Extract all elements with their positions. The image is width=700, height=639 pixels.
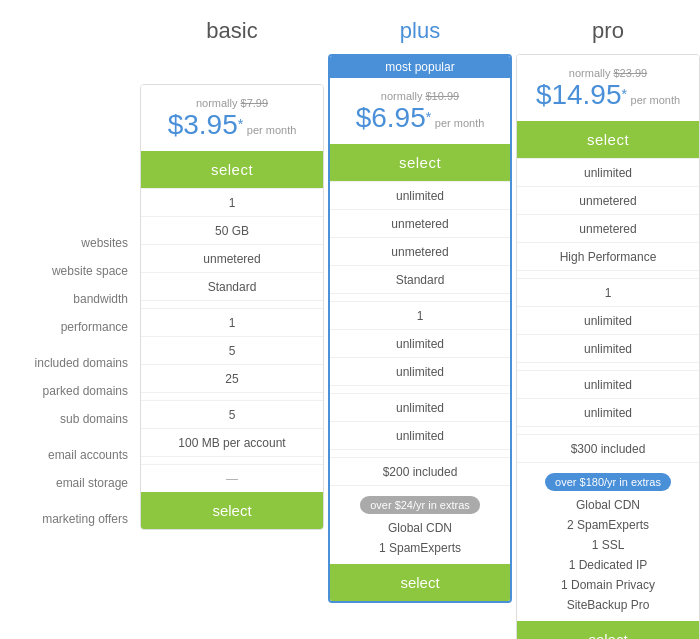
plus-bandwidth: unmetered [330,237,510,265]
basic-email-accounts: 5 [141,400,323,428]
plans-area: basic normally $7.99 $3.95* per month se… [140,10,700,639]
plan-pro-select-top[interactable]: select [517,121,699,158]
plan-plus-price-section: normally $10.99 $6.95* per month [330,78,510,144]
basic-websites: 1 [141,188,323,216]
label-sub-domains: sub domains [0,406,140,434]
plan-pro-features: unlimited unmetered unmetered High Perfo… [517,158,699,462]
plan-basic-features: 1 50 GB unmetered Standard 1 5 25 5 100 … [141,188,323,492]
pro-parked-domains: unlimited [517,306,699,334]
plan-basic-normally: normally $7.99 [149,97,315,109]
plan-basic-price-section: normally $7.99 $3.95* per month [141,85,323,151]
label-bandwidth: bandwidth [0,286,140,314]
pro-website-space: unmetered [517,186,699,214]
plus-marketing-offers: $200 included [330,457,510,485]
label-websites: websites [0,230,140,258]
label-email-storage: email storage [0,470,140,498]
plan-plus-select-top[interactable]: select [330,144,510,181]
pro-extras: over $180/yr in extras Global CDN 2 Spam… [517,462,699,621]
label-parked-domains: parked domains [0,378,140,406]
plan-pro-price: $14.95* per month [525,79,691,111]
plan-pro-header: pro [516,10,700,54]
pro-email-accounts: unlimited [517,370,699,398]
plan-plus-name: plus [328,18,512,44]
plus-extras-badge: over $24/yr in extras [360,496,480,514]
plus-parked-domains: unlimited [330,329,510,357]
pro-email-storage: unlimited [517,398,699,426]
pro-marketing-offers: $300 included [517,434,699,462]
plus-email-storage: unlimited [330,421,510,449]
plan-plus-features: unlimited unmetered unmetered Standard 1… [330,181,510,485]
plus-extras: over $24/yr in extras Global CDN 1 SpamE… [330,485,510,564]
pro-extras-item-6: SiteBackup Pro [525,595,691,615]
pro-extras-item-5: 1 Domain Privacy [525,575,691,595]
plus-extras-item-1: Global CDN [338,518,502,538]
basic-website-space: 50 GB [141,216,323,244]
plan-plus-card: most popular normally $10.99 $6.95* per … [328,54,512,603]
basic-performance: Standard [141,272,323,300]
plus-website-space: unmetered [330,209,510,237]
plus-extras-item-2: 1 SpamExperts [338,538,502,558]
label-email-accounts: email accounts [0,442,140,470]
plan-basic-select-top[interactable]: select [141,151,323,188]
pro-extras-badge: over $180/yr in extras [545,473,671,491]
pro-websites: unlimited [517,158,699,186]
plan-basic-card: normally $7.99 $3.95* per month select 1… [140,84,324,530]
basic-parked-domains: 5 [141,336,323,364]
plan-basic-name: basic [140,18,324,44]
basic-marketing-offers: — [141,464,323,492]
pro-performance: High Performance [517,242,699,270]
basic-sub-domains: 25 [141,364,323,392]
label-website-space: website space [0,258,140,286]
plan-pro-card: normally $23.99 $14.95* per month select… [516,54,700,639]
plan-basic: basic normally $7.99 $3.95* per month se… [140,10,324,639]
plus-sub-domains: unlimited [330,357,510,385]
plan-pro-name: pro [516,18,700,44]
plan-pro-select-bottom[interactable]: select [517,621,699,639]
plan-basic-select-bottom[interactable]: select [141,492,323,529]
plus-included-domains: 1 [330,301,510,329]
plan-plus-price: $6.95* per month [338,102,502,134]
plan-plus-normally: normally $10.99 [338,90,502,102]
plus-websites: unlimited [330,181,510,209]
features-column: websites website space bandwidth perform… [0,10,140,639]
basic-bandwidth: unmetered [141,244,323,272]
plan-basic-header: basic [140,10,324,54]
plan-pro: pro normally $23.99 $14.95* per month se… [516,10,700,639]
pro-extras-item-1: Global CDN [525,495,691,515]
plan-basic-price: $3.95* per month [149,109,315,141]
plan-plus-select-bottom[interactable]: select [330,564,510,601]
basic-email-storage: 100 MB per account [141,428,323,456]
pro-sub-domains: unlimited [517,334,699,362]
plus-email-accounts: unlimited [330,393,510,421]
pro-extras-item-3: 1 SSL [525,535,691,555]
pro-included-domains: 1 [517,278,699,306]
plan-pro-normally: normally $23.99 [525,67,691,79]
plan-plus-header: plus [328,10,512,54]
most-popular-badge: most popular [330,56,510,78]
plan-pro-price-section: normally $23.99 $14.95* per month [517,55,699,121]
plan-plus: plus most popular normally $10.99 $6.95*… [328,10,512,639]
label-included-domains: included domains [0,350,140,378]
label-marketing-offers: marketing offers [0,506,140,534]
pricing-container: websites website space bandwidth perform… [0,0,700,639]
basic-included-domains: 1 [141,308,323,336]
pro-extras-item-4: 1 Dedicated IP [525,555,691,575]
pro-extras-item-2: 2 SpamExperts [525,515,691,535]
label-performance: performance [0,314,140,342]
pro-bandwidth: unmetered [517,214,699,242]
plus-performance: Standard [330,265,510,293]
